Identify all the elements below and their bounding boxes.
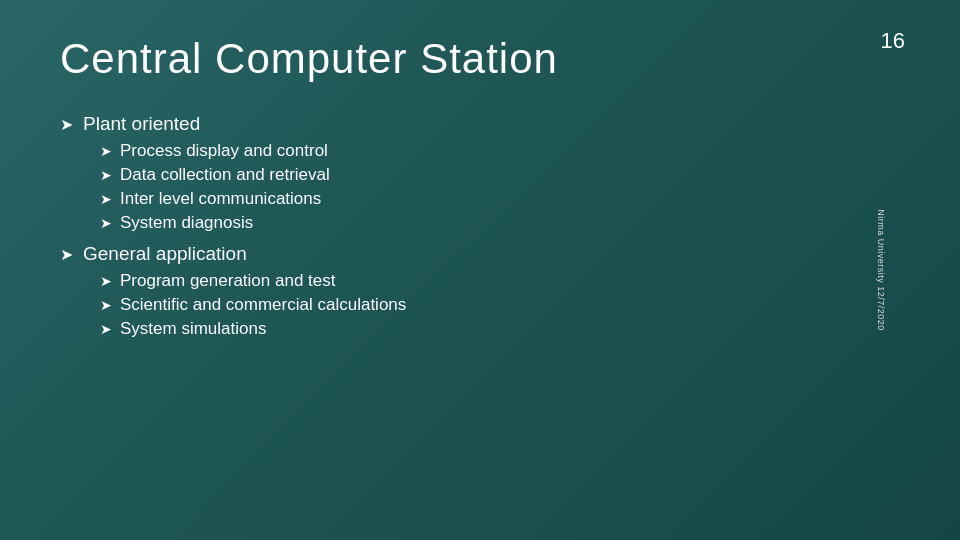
sub-item-process: ➤ Process display and control: [100, 141, 900, 161]
main-item-general-label: General application: [83, 243, 247, 265]
sub-arrow-process: ➤: [100, 143, 112, 159]
plant-sub-items: ➤ Process display and control ➤ Data col…: [100, 141, 900, 233]
sub-item-process-label: Process display and control: [120, 141, 328, 161]
sub-item-inter: ➤ Inter level communications: [100, 189, 900, 209]
general-sub-items: ➤ Program generation and test ➤ Scientif…: [100, 271, 900, 339]
main-item-general: ➤ General application: [60, 243, 900, 265]
sub-item-program: ➤ Program generation and test: [100, 271, 900, 291]
sub-arrow-data: ➤: [100, 167, 112, 183]
sub-item-scientific-label: Scientific and commercial calculations: [120, 295, 406, 315]
slide-title: Central Computer Station: [60, 35, 900, 83]
main-arrow-general: ➤: [60, 245, 73, 264]
sub-item-scientific: ➤ Scientific and commercial calculations: [100, 295, 900, 315]
sub-arrow-simulations: ➤: [100, 321, 112, 337]
content-area: ➤ Plant oriented ➤ Process display and c…: [60, 113, 900, 339]
main-arrow-plant: ➤: [60, 115, 73, 134]
sub-item-simulations-label: System simulations: [120, 319, 266, 339]
slide-number: 16: [881, 28, 905, 54]
sub-item-simulations: ➤ System simulations: [100, 319, 900, 339]
sub-arrow-inter: ➤: [100, 191, 112, 207]
sub-item-diagnosis-label: System diagnosis: [120, 213, 253, 233]
sub-item-inter-label: Inter level communications: [120, 189, 321, 209]
sub-item-diagnosis: ➤ System diagnosis: [100, 213, 900, 233]
sub-item-data: ➤ Data collection and retrieval: [100, 165, 900, 185]
sub-item-data-label: Data collection and retrieval: [120, 165, 330, 185]
vertical-text: Nirma University 12/7/2020: [876, 209, 886, 331]
main-item-plant: ➤ Plant oriented: [60, 113, 900, 135]
main-item-plant-label: Plant oriented: [83, 113, 200, 135]
sub-item-program-label: Program generation and test: [120, 271, 335, 291]
sub-arrow-diagnosis: ➤: [100, 215, 112, 231]
slide: Central Computer Station 16 Nirma Univer…: [0, 0, 960, 540]
sub-arrow-scientific: ➤: [100, 297, 112, 313]
sub-arrow-program: ➤: [100, 273, 112, 289]
